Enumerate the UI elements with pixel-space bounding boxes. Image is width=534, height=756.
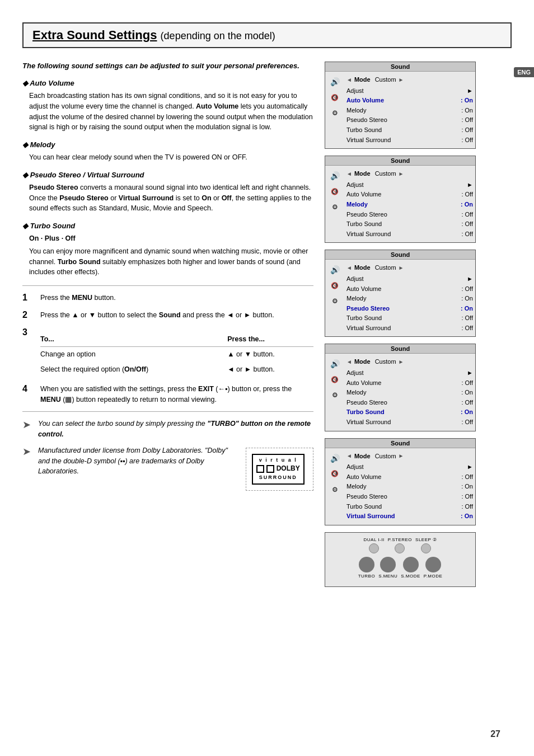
tip-1: ➤ You can select the turbo sound by simp… xyxy=(22,419,313,440)
section-body-turbo-sound: On · Plus · Off You can enjoy more magni… xyxy=(22,233,313,278)
tv-icon-mute-2: 🔇 xyxy=(328,185,341,198)
tv-icon-settings-5: ⚙ xyxy=(328,483,341,496)
steps-section: 1 Press the MENU button. 2 Press the ▲ o… xyxy=(22,293,313,405)
remote-circle-dual xyxy=(369,543,379,553)
col-press: Press the... xyxy=(227,332,313,347)
tv-screen-5: Sound 🔊 🔇 ⚙ ◄ Mode Custom ► xyxy=(325,438,476,525)
tv-menu-row-virtual-4: Virtual Surround: Off xyxy=(346,417,473,428)
remote-btn-smode: S.MODE xyxy=(401,557,420,579)
tv-menu-3: ◄ Mode Custom ► Adjust► Auto Volume: Off xyxy=(344,262,475,334)
tv-menu-row-adjust-4: Adjust► xyxy=(346,368,473,378)
tv-menu-row-virtual-2: Virtual Surround: Off xyxy=(346,229,473,240)
tv-icons-4: 🔊 🔇 ⚙ xyxy=(325,356,344,428)
page: ENG Extra Sound Settings (depending on t… xyxy=(0,0,534,756)
tv-screen-1: Sound 🔊 🔇 ⚙ ◄ Mode Custom ► xyxy=(325,62,476,149)
tv-menu-row-pseudo-2: Pseudo Stereo: Off xyxy=(346,210,473,220)
tv-menu-row-auto-volume-5: Auto Volume: Off xyxy=(346,472,473,482)
tv-screen-2-header: Sound xyxy=(325,156,475,166)
tv-menu-row-adjust-2: Adjust► xyxy=(346,180,473,190)
dolby-logo: v i r t u a l DOLBY SURROUND xyxy=(252,454,305,485)
tv-icons-1: 🔊 🔇 ⚙ xyxy=(325,74,344,146)
remote-btn-smenu: S.MENU xyxy=(378,557,397,579)
tv-menu-row-auto-volume-3: Auto Volume: Off xyxy=(346,284,473,294)
step-1-num: 1 xyxy=(22,293,34,303)
tv-menu-row-melody-5: Melody: On xyxy=(346,482,473,492)
remote-circle-pstereo xyxy=(395,543,405,553)
tv-menu-row-pseudo: Pseudo Stereo: Off xyxy=(346,115,473,125)
remote-btn-pstereo: P.STEREO xyxy=(388,537,412,553)
tv-mode-row-2: ◄ Mode Custom ► xyxy=(346,169,473,179)
tv-menu-row-melody-2: Melody: On xyxy=(346,200,473,210)
tv-icon-settings-2: ⚙ xyxy=(328,200,341,214)
tv-menu-row-adjust: Adjust► xyxy=(346,86,473,96)
section-title-turbo-sound: Turbo Sound xyxy=(22,222,313,230)
tip-arrow-2: ➤ xyxy=(22,445,34,458)
remote-top-row: DUAL I-II P.STEREO SLEEP ② xyxy=(330,537,471,553)
tv-menu-row-turbo-3: Turbo Sound: Off xyxy=(346,313,473,323)
tv-menu-2: ◄ Mode Custom ► Adjust► Auto Volume: Off xyxy=(344,168,475,240)
tv-menu-row-pseudo-5: Pseudo Stereo: Off xyxy=(346,492,473,502)
remote-bottom-row: TURBO S.MENU S.MODE P.MODE xyxy=(330,557,471,579)
section-body-auto-volume: Each broadcasting station has its own si… xyxy=(22,91,313,133)
tv-menu-row-adjust-5: Adjust► xyxy=(346,462,473,472)
tv-icons-3: 🔊 🔇 ⚙ xyxy=(325,262,344,334)
tv-menu-row-turbo-4: Turbo Sound: On xyxy=(346,407,473,417)
step-1: 1 Press the MENU button. xyxy=(22,293,313,303)
intro-text: The following sound settings can be adju… xyxy=(22,62,313,70)
step-2-num: 2 xyxy=(22,310,34,320)
tip-2: ➤ Manufactured under license from Dolby … xyxy=(22,445,313,491)
remote-circle-pmode xyxy=(425,557,441,572)
tv-screen-3-header: Sound xyxy=(325,250,475,260)
step-2-body: Press the ▲ or ▼ button to select the So… xyxy=(40,310,313,321)
remote-circle-turbo xyxy=(359,557,374,572)
step-3: 3 To... Press the... Chang xyxy=(22,327,313,377)
tv-screen-2: Sound 🔊 🔇 ⚙ ◄ Mode Custom ► xyxy=(325,156,476,243)
tv-menu-5: ◄ Mode Custom ► Adjust► Auto Volume: Off xyxy=(344,450,475,523)
tv-icon-speaker: 🔊 xyxy=(328,75,341,88)
step-3-num: 3 xyxy=(22,327,34,337)
step-3-body: To... Press the... Change an option ▲ or… xyxy=(40,327,313,377)
table-cell-action: Change an option xyxy=(40,347,227,362)
tv-menu-row-auto-volume-2: Auto Volume: Off xyxy=(346,190,473,200)
tv-menu-row-melody-3: Melody: On xyxy=(346,294,473,304)
remote-label-pmode: P.MODE xyxy=(424,574,443,579)
remote-btn-turbo: TURBO xyxy=(358,557,376,579)
remote-btn-pmode: P.MODE xyxy=(424,557,443,579)
tip-2-body: Manufactured under license from Dolby La… xyxy=(38,445,239,477)
col-to: To... xyxy=(40,332,227,347)
step-1-body: Press the MENU button. xyxy=(40,293,313,303)
section-turbo-sound: Turbo Sound On · Plus · Off You can enjo… xyxy=(22,222,313,278)
on-plus-off-label: On · Plus · Off xyxy=(29,233,313,244)
tip-arrow-1: ➤ xyxy=(22,419,34,431)
remote-circle-sleep xyxy=(421,543,431,553)
tv-icons-5: 🔊 🔇 ⚙ xyxy=(325,450,344,523)
section-pseudo-stereo: Pseudo Stereo / Virtual Surround Pseudo … xyxy=(22,171,313,214)
right-column: Sound 🔊 🔇 ⚙ ◄ Mode Custom ► xyxy=(325,62,487,587)
tv-icon-mute: 🔇 xyxy=(328,91,341,104)
page-title: Extra Sound Settings xyxy=(32,28,157,42)
section-title-auto-volume: Auto Volume xyxy=(22,79,313,87)
table-cell-press: ▲ or ▼ button. xyxy=(227,347,313,362)
remote-circle-smode xyxy=(403,557,419,572)
remote-label-smode: S.MODE xyxy=(401,574,420,579)
remote-circle-smenu xyxy=(380,557,396,572)
tv-icon-settings: ⚙ xyxy=(328,106,341,120)
tv-menu-row-virtual-3: Virtual Surround: Off xyxy=(346,323,473,334)
tv-mode-row-4: ◄ Mode Custom ► xyxy=(346,357,473,367)
table-cell-press: ◄ or ► button. xyxy=(227,362,313,377)
table-row: Select the required option (On/Off) ◄ or… xyxy=(40,362,313,377)
tv-icons-2: 🔊 🔇 ⚙ xyxy=(325,168,344,240)
divider-1 xyxy=(22,285,313,286)
tv-menu-row-virtual-5: Virtual Surround: On xyxy=(346,511,473,522)
tv-menu-row-auto-volume-4: Auto Volume: Off xyxy=(346,378,473,388)
tv-icon-mute-3: 🔇 xyxy=(328,279,341,292)
remote-control-box: DUAL I-II P.STEREO SLEEP ② T xyxy=(325,532,476,587)
step-2: 2 Press the ▲ or ▼ button to select the … xyxy=(22,310,313,321)
tv-screen-4: Sound 🔊 🔇 ⚙ ◄ Mode Custom ► xyxy=(325,344,476,431)
tv-screen-1-header: Sound xyxy=(325,62,475,72)
tv-screen-4-header: Sound xyxy=(325,344,475,354)
step-3-table: To... Press the... Change an option ▲ or… xyxy=(40,332,313,377)
page-header: Extra Sound Settings (depending on the m… xyxy=(22,22,512,48)
section-body-pseudo-stereo: Pseudo Stereo converts a monaural sound … xyxy=(22,182,313,214)
tv-icon-speaker-2: 🔊 xyxy=(328,169,341,182)
